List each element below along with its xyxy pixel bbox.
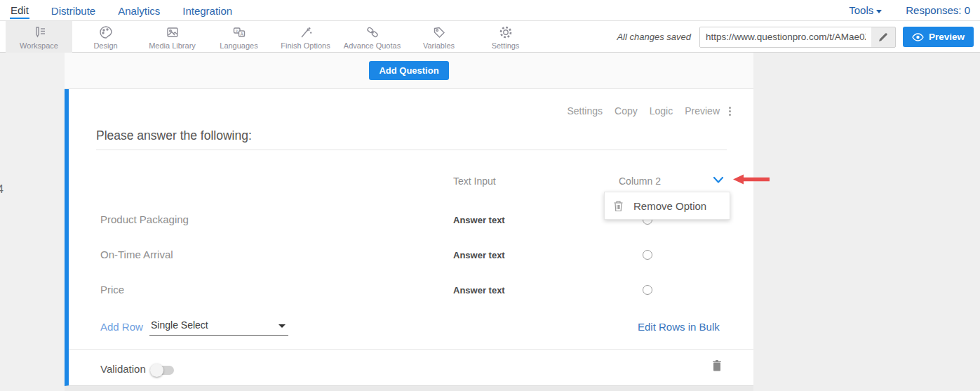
tools-label: Tools xyxy=(849,4,873,16)
toolbar-label: Advance Quotas xyxy=(344,41,401,50)
eye-icon xyxy=(912,33,924,41)
top-nav: Edit Distribute Analytics Integration To… xyxy=(0,0,980,20)
row-type-select[interactable]: Single Select xyxy=(149,318,288,336)
add-question-strip: Add Question xyxy=(65,53,753,89)
column-options-dropdown: Remove Option xyxy=(604,192,730,220)
nav-tab-integration[interactable]: Integration xyxy=(182,2,233,18)
survey-url-input[interactable] xyxy=(700,27,871,47)
media-library-icon xyxy=(165,25,180,40)
toolbar-label: Media Library xyxy=(149,41,196,50)
toolbar-item-workspace[interactable]: Workspace xyxy=(6,21,72,53)
variables-tag-icon xyxy=(431,25,447,40)
languages-icon: x̄A xyxy=(231,25,247,40)
select-caret-icon xyxy=(278,324,286,328)
survey-url-box xyxy=(699,27,896,48)
answer-text-field[interactable]: Answer text xyxy=(453,215,505,225)
column-options-chevron-icon[interactable] xyxy=(713,174,724,187)
validation-label: Validation xyxy=(100,363,146,375)
toolbar-label: Variables xyxy=(423,41,455,50)
toolbar-item-media-library[interactable]: Media Library xyxy=(139,21,206,53)
trash-outline-icon xyxy=(613,200,624,212)
save-status: All changes saved xyxy=(617,32,691,42)
column-header-column2[interactable]: Column 2 xyxy=(619,175,661,187)
answer-text-field[interactable]: Answer text xyxy=(453,285,505,296)
radio-button[interactable] xyxy=(643,250,652,260)
add-row-link[interactable]: Add Row xyxy=(100,321,143,333)
row-label[interactable]: Price xyxy=(100,284,124,296)
question-copy-link[interactable]: Copy xyxy=(615,105,638,117)
validation-toggle[interactable] xyxy=(152,366,174,375)
preview-label: Preview xyxy=(929,32,965,42)
left-gutter: 4 xyxy=(0,53,65,391)
question-title-underline xyxy=(96,150,727,150)
toolbar-label: Settings xyxy=(492,41,520,50)
question-preview-link[interactable]: Preview xyxy=(685,105,720,117)
toolbar-label: Languages xyxy=(220,41,257,50)
preview-button[interactable]: Preview xyxy=(903,27,974,47)
nav-tab-analytics[interactable]: Analytics xyxy=(117,2,161,18)
toolbar-item-finish-options[interactable]: Finish Options xyxy=(272,21,339,53)
kebab-menu-icon[interactable] xyxy=(725,105,734,117)
design-palette-icon xyxy=(98,25,114,40)
delete-question-trash-icon[interactable] xyxy=(711,359,723,374)
answer-text-field[interactable]: Answer text xyxy=(453,250,505,260)
radio-button[interactable] xyxy=(643,285,652,295)
top-nav-items: Edit Distribute Analytics Integration xyxy=(10,0,233,20)
tools-menu[interactable]: Tools xyxy=(849,4,882,16)
svg-text:A: A xyxy=(240,31,243,36)
question-card: Settings Copy Logic Preview Please answe… xyxy=(65,89,753,386)
workspace-icon xyxy=(32,25,47,40)
toolbar-item-design[interactable]: Design xyxy=(72,21,139,53)
toggle-knob xyxy=(150,364,163,377)
edit-url-pencil-icon[interactable] xyxy=(871,32,895,43)
column-header-text-input: Text Input xyxy=(453,175,496,187)
toolbar-label: Finish Options xyxy=(281,41,330,50)
edit-rows-in-bulk-link[interactable]: Edit Rows in Bulk xyxy=(638,321,720,333)
remove-option-item[interactable]: Remove Option xyxy=(633,200,706,212)
row-type-value: Single Select xyxy=(151,319,208,331)
toolbar-item-languages[interactable]: x̄A Languages xyxy=(206,21,272,53)
question-number: 4 xyxy=(0,183,4,196)
right-gutter xyxy=(753,53,980,391)
nav-tab-edit[interactable]: Edit xyxy=(10,1,29,19)
toolbar-item-variables[interactable]: Variables xyxy=(405,21,472,53)
svg-text:x̄: x̄ xyxy=(236,28,238,32)
toolbar-label: Workspace xyxy=(20,41,58,50)
card-bottom-shadow xyxy=(65,386,753,391)
caret-down-icon xyxy=(876,10,882,13)
question-title[interactable]: Please answer the following: xyxy=(96,128,252,143)
annotation-arrow xyxy=(733,174,770,187)
toolbar-label: Design xyxy=(93,41,117,50)
advance-quotas-link-icon xyxy=(365,25,380,40)
responses-count[interactable]: Responses: 0 xyxy=(906,4,970,16)
settings-gear-icon xyxy=(498,25,514,40)
finish-options-wand-icon xyxy=(298,25,314,40)
nav-tab-distribute[interactable]: Distribute xyxy=(51,2,96,18)
add-question-button[interactable]: Add Question xyxy=(369,61,448,80)
toolbar-item-advance-quotas[interactable]: Advance Quotas xyxy=(339,21,405,53)
row-label[interactable]: On-Time Arrival xyxy=(100,248,173,260)
card-divider xyxy=(69,349,753,350)
toolbar-item-settings[interactable]: Settings xyxy=(472,21,539,53)
question-settings-link[interactable]: Settings xyxy=(567,105,603,117)
editor-toolbar: Workspace Design Media Library x̄A Langu… xyxy=(0,20,980,53)
row-label[interactable]: Product Packaging xyxy=(100,213,189,225)
question-logic-link[interactable]: Logic xyxy=(650,105,673,117)
